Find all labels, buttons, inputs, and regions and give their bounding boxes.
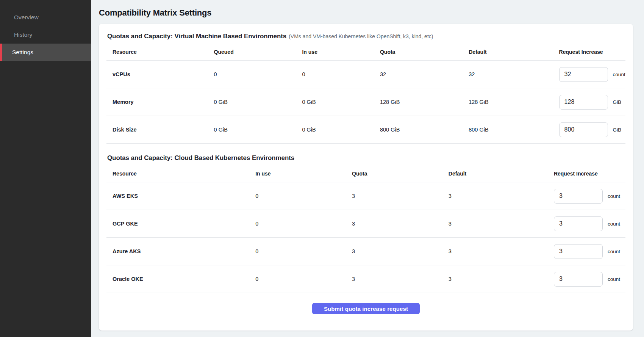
cloud-col-default: Default [449,171,554,177]
table-row-azure-aks: Azure AKS 0 3 3 count [106,238,625,265]
vm-table-header: Resource Queued In use Quota Default Req… [106,40,625,61]
vm-col-resource: Resource [106,49,214,55]
main-content: Compatibility Matrix Settings Quotas and… [91,0,644,337]
gcp-gke-request-input[interactable] [554,216,603,231]
default-value: 3 [449,193,554,199]
in-use-value: 0 [302,71,380,77]
vm-col-request-increase: Request Increase [559,49,625,55]
quota-value: 3 [352,193,449,199]
settings-card: Quotas and Capacity: Virtual Machine Bas… [99,24,633,331]
unit-label: count [608,249,620,254]
vcpus-request-input[interactable] [559,67,608,82]
quota-value: 3 [352,248,449,254]
default-value: 3 [449,248,554,254]
unit-label: GiB [613,127,622,133]
memory-request-input[interactable] [559,95,608,110]
resource-name: Azure AKS [106,248,255,254]
quota-value: 128 GiB [380,99,469,105]
default-value: 800 GiB [469,127,559,133]
submit-quota-increase-button[interactable]: Submit quota increase request [312,303,420,314]
default-value: 32 [469,71,559,77]
unit-label: count [613,72,625,77]
vm-section-subtitle: (VMs and VM-based Kubernetes like OpenSh… [289,33,433,39]
sidebar-item-overview[interactable]: Overview [0,9,91,26]
resource-name: Disk Size [106,127,214,133]
quota-value: 3 [352,276,449,282]
quota-value: 32 [380,71,469,77]
resource-name: vCPUs [106,71,214,77]
unit-label: count [608,276,620,282]
default-value: 3 [449,276,554,282]
request-increase-cell: GiB [559,122,625,137]
quota-value: 800 GiB [380,127,469,133]
azure-aks-request-input[interactable] [554,244,603,259]
sidebar: Overview History Settings [0,0,91,337]
table-row-gcp-gke: GCP GKE 0 3 3 count [106,210,625,238]
queued-value: 0 GiB [214,99,302,105]
cloud-table-header: Resource In use Quota Default Request In… [106,162,625,182]
vm-section-title: Quotas and Capacity: Virtual Machine Bas… [107,33,625,40]
in-use-value: 0 [255,276,352,282]
table-row-aws-eks: AWS EKS 0 3 3 count [106,182,625,210]
table-row-disk-size: Disk Size 0 GiB 0 GiB 800 GiB 800 GiB Gi… [106,116,625,144]
cloud-col-in-use: In use [255,171,352,177]
queued-value: 0 [214,71,302,77]
sidebar-item-history[interactable]: History [0,26,91,44]
oracle-oke-request-input[interactable] [554,272,603,287]
quota-value: 3 [352,221,449,227]
table-row-memory: Memory 0 GiB 0 GiB 128 GiB 128 GiB GiB [106,88,625,116]
queued-value: 0 GiB [214,127,302,133]
vm-col-quota: Quota [380,49,469,55]
cloud-col-request-increase: Request Increase [554,171,625,177]
unit-label: count [608,221,620,227]
unit-label: GiB [613,99,622,105]
request-increase-cell: count [554,244,625,259]
vm-quotas-section: Quotas and Capacity: Virtual Machine Bas… [106,33,625,144]
sidebar-item-settings[interactable]: Settings [0,44,91,61]
request-increase-cell: count [554,216,625,231]
in-use-value: 0 [255,193,352,199]
resource-name: GCP GKE [106,221,255,227]
vm-section-title-text: Quotas and Capacity: Virtual Machine Bas… [107,33,286,40]
vm-col-in-use: In use [302,49,380,55]
unit-label: count [608,193,620,199]
resource-name: AWS EKS [106,193,255,199]
request-increase-cell: GiB [559,95,625,110]
default-value: 3 [449,221,554,227]
in-use-value: 0 [255,221,352,227]
in-use-value: 0 GiB [302,127,380,133]
page-title: Compatibility Matrix Settings [99,8,633,17]
cloud-col-quota: Quota [352,171,449,177]
cloud-section-title: Quotas and Capacity: Cloud Based Kuberne… [107,154,625,162]
vm-col-default: Default [469,49,559,55]
resource-name: Memory [106,99,214,105]
submit-row: Submit quota increase request [106,303,625,314]
request-increase-cell: count [559,67,625,82]
table-row-vcpus: vCPUs 0 0 32 32 count [106,61,625,88]
cloud-col-resource: Resource [106,171,255,177]
vm-col-queued: Queued [214,49,302,55]
request-increase-cell: count [554,272,625,287]
disk-size-request-input[interactable] [559,122,608,137]
table-row-oracle-oke: Oracle OKE 0 3 3 count [106,265,625,293]
aws-eks-request-input[interactable] [554,189,603,204]
cloud-quotas-section: Quotas and Capacity: Cloud Based Kuberne… [106,154,625,293]
in-use-value: 0 GiB [302,99,380,105]
request-increase-cell: count [554,189,625,204]
default-value: 128 GiB [469,99,559,105]
resource-name: Oracle OKE [106,276,255,282]
in-use-value: 0 [255,248,352,254]
